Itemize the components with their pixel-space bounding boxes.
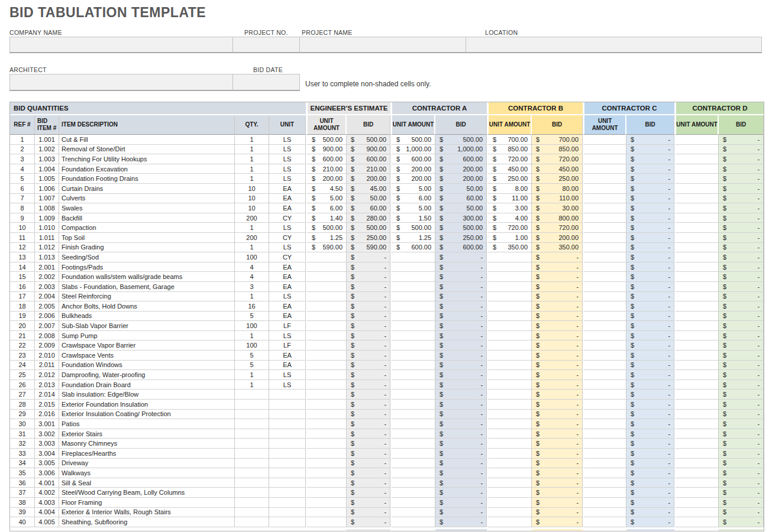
cd-unit-amount-cell[interactable]: [674, 370, 719, 380]
cb-unit-amount-cell[interactable]: [487, 488, 532, 498]
ca-unit-amount-cell[interactable]: $600.00: [390, 154, 435, 164]
cc-unit-amount-cell[interactable]: [583, 351, 626, 361]
ee-unit-amount-cell[interactable]: [306, 292, 347, 302]
cd-unit-amount-cell[interactable]: [674, 488, 719, 498]
cb-unit-amount-cell[interactable]: [487, 478, 532, 488]
ca-unit-amount-cell[interactable]: [390, 410, 435, 420]
ee-unit-amount-cell[interactable]: [306, 517, 347, 527]
cb-unit-amount-cell[interactable]: [487, 449, 532, 459]
ca-unit-amount-cell[interactable]: [390, 468, 435, 478]
cb-unit-amount-cell[interactable]: [487, 429, 532, 439]
ee-unit-amount-cell[interactable]: [306, 468, 347, 478]
cb-unit-amount-cell[interactable]: [487, 390, 532, 400]
cb-unit-amount-cell[interactable]: [487, 459, 532, 469]
ca-unit-amount-cell[interactable]: [390, 262, 435, 273]
ca-unit-amount-cell[interactable]: $5.00: [390, 184, 435, 194]
ee-unit-amount-cell[interactable]: $600.00: [306, 154, 347, 164]
cc-unit-amount-cell[interactable]: [583, 203, 626, 213]
cc-unit-amount-cell[interactable]: [583, 498, 626, 508]
cb-unit-amount-cell[interactable]: $11.00: [487, 194, 532, 204]
cb-unit-amount-cell[interactable]: [487, 312, 532, 322]
ee-unit-amount-cell[interactable]: $590.00: [306, 243, 347, 253]
cd-unit-amount-cell[interactable]: [674, 340, 719, 351]
cb-unit-amount-cell[interactable]: $1.00: [487, 233, 532, 243]
cc-unit-amount-cell[interactable]: [583, 488, 626, 498]
cb-unit-amount-cell[interactable]: [487, 262, 532, 273]
cd-unit-amount-cell[interactable]: [674, 410, 719, 420]
ee-unit-amount-cell[interactable]: $1.25: [306, 233, 347, 243]
ee-unit-amount-cell[interactable]: [306, 252, 347, 262]
cd-unit-amount-cell[interactable]: [674, 213, 719, 223]
cb-unit-amount-cell[interactable]: [487, 498, 532, 508]
cc-unit-amount-cell[interactable]: [583, 331, 626, 341]
cc-unit-amount-cell[interactable]: [583, 213, 626, 223]
cd-unit-amount-cell[interactable]: [674, 517, 719, 527]
cd-unit-amount-cell[interactable]: [674, 194, 719, 204]
cb-unit-amount-cell[interactable]: [487, 439, 532, 449]
cb-unit-amount-cell[interactable]: $350.00: [487, 243, 532, 253]
ca-unit-amount-cell[interactable]: [390, 478, 435, 488]
cd-unit-amount-cell[interactable]: [674, 262, 719, 273]
cc-unit-amount-cell[interactable]: [583, 508, 626, 518]
cd-unit-amount-cell[interactable]: [674, 449, 719, 459]
project-name-input[interactable]: [299, 37, 466, 53]
ca-unit-amount-cell[interactable]: [390, 370, 435, 380]
ee-unit-amount-cell[interactable]: $5.00: [306, 194, 347, 204]
ee-unit-amount-cell[interactable]: $6.00: [306, 203, 347, 213]
ee-unit-amount-cell[interactable]: [306, 340, 347, 351]
cc-unit-amount-cell[interactable]: [583, 400, 626, 410]
ca-unit-amount-cell[interactable]: [390, 488, 435, 498]
ee-unit-amount-cell[interactable]: [306, 361, 347, 371]
cd-unit-amount-cell[interactable]: [674, 331, 719, 341]
cc-unit-amount-cell[interactable]: [583, 361, 626, 371]
ca-unit-amount-cell[interactable]: [390, 419, 435, 429]
cc-unit-amount-cell[interactable]: [583, 154, 626, 164]
cb-unit-amount-cell[interactable]: $450.00: [487, 164, 532, 174]
cb-unit-amount-cell[interactable]: [487, 361, 532, 371]
bid-date-input[interactable]: [232, 74, 300, 91]
ee-unit-amount-cell[interactable]: $210.00: [306, 164, 347, 174]
cd-unit-amount-cell[interactable]: [674, 508, 719, 518]
ee-unit-amount-cell[interactable]: [306, 508, 347, 518]
ca-unit-amount-cell[interactable]: [390, 498, 435, 508]
cc-unit-amount-cell[interactable]: [583, 449, 626, 459]
architect-input[interactable]: [9, 74, 233, 91]
cd-unit-amount-cell[interactable]: [674, 164, 719, 174]
cb-unit-amount-cell[interactable]: [487, 351, 532, 361]
cd-unit-amount-cell[interactable]: [674, 145, 719, 155]
ee-unit-amount-cell[interactable]: $1.40: [306, 213, 347, 223]
cc-unit-amount-cell[interactable]: [583, 301, 626, 312]
ca-unit-amount-cell[interactable]: [390, 312, 435, 322]
ee-unit-amount-cell[interactable]: [306, 370, 347, 380]
cb-unit-amount-cell[interactable]: $8.00: [487, 184, 532, 194]
cc-unit-amount-cell[interactable]: [583, 233, 626, 243]
cc-unit-amount-cell[interactable]: [583, 223, 626, 233]
ee-unit-amount-cell[interactable]: [306, 390, 347, 400]
cb-unit-amount-cell[interactable]: [487, 301, 532, 312]
ca-unit-amount-cell[interactable]: $200.00: [390, 164, 435, 174]
ca-unit-amount-cell[interactable]: $200.00: [390, 174, 435, 184]
ca-unit-amount-cell[interactable]: [390, 272, 435, 282]
ee-unit-amount-cell[interactable]: [306, 272, 347, 282]
ca-unit-amount-cell[interactable]: [390, 439, 435, 449]
cc-unit-amount-cell[interactable]: [583, 292, 626, 302]
cd-unit-amount-cell[interactable]: [674, 351, 719, 361]
cd-unit-amount-cell[interactable]: [674, 243, 719, 253]
ee-unit-amount-cell[interactable]: [306, 449, 347, 459]
cd-unit-amount-cell[interactable]: [674, 203, 719, 213]
ee-unit-amount-cell[interactable]: [306, 410, 347, 420]
cb-unit-amount-cell[interactable]: [487, 340, 532, 351]
ca-unit-amount-cell[interactable]: $5.00: [390, 203, 435, 213]
ca-unit-amount-cell[interactable]: [390, 351, 435, 361]
ee-unit-amount-cell[interactable]: [306, 429, 347, 439]
cb-unit-amount-cell[interactable]: [487, 410, 532, 420]
cc-unit-amount-cell[interactable]: [583, 439, 626, 449]
ee-unit-amount-cell[interactable]: [306, 380, 347, 390]
cc-unit-amount-cell[interactable]: [583, 312, 626, 322]
cd-unit-amount-cell[interactable]: [674, 223, 719, 233]
cb-unit-amount-cell[interactable]: [487, 468, 532, 478]
cc-unit-amount-cell[interactable]: [583, 145, 626, 155]
ee-unit-amount-cell[interactable]: [306, 488, 347, 498]
ee-unit-amount-cell[interactable]: [306, 331, 347, 341]
ee-unit-amount-cell[interactable]: $200.00: [306, 174, 347, 184]
